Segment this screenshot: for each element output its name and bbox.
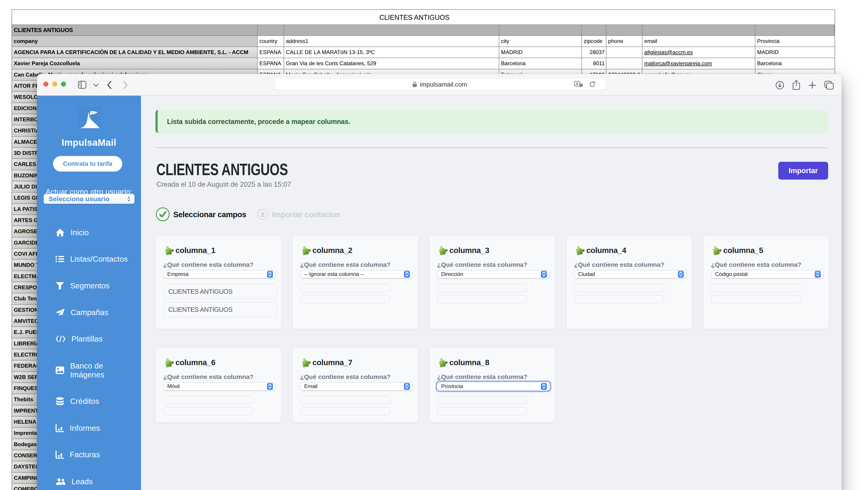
svg-text:A: A bbox=[576, 82, 579, 86]
